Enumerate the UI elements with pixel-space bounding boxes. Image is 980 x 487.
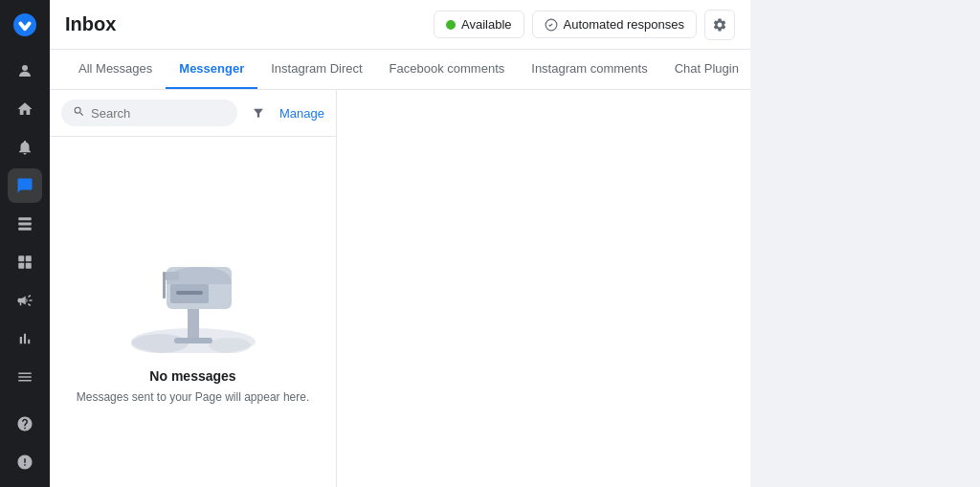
automated-responses-button[interactable]: Automated responses	[532, 11, 697, 38]
tab-messenger[interactable]: Messenger	[166, 50, 257, 89]
far-right-panel	[750, 0, 980, 487]
tab-chat-plugin[interactable]: Chat Plugin	[661, 50, 750, 89]
manage-link[interactable]: Manage	[279, 106, 324, 121]
header: Inbox Available Automated responses	[50, 0, 750, 50]
sidebar	[0, 0, 50, 487]
tab-facebook-comments[interactable]: Facebook comments	[376, 50, 519, 89]
available-status-dot	[446, 20, 456, 30]
svg-rect-4	[18, 255, 24, 261]
sidebar-item-avatar[interactable]	[8, 54, 42, 88]
sidebar-item-help[interactable]	[8, 407, 42, 441]
svg-rect-16	[163, 272, 166, 299]
svg-rect-7	[26, 263, 32, 269]
messages-list-panel: Manage	[50, 90, 337, 487]
tab-instagram-direct[interactable]: Instagram Direct	[257, 50, 375, 89]
svg-point-0	[22, 65, 28, 71]
meta-logo	[8, 8, 42, 42]
svg-rect-17	[166, 272, 179, 280]
sidebar-item-pages[interactable]	[8, 207, 42, 241]
search-input[interactable]	[91, 106, 226, 121]
tab-all-messages[interactable]: All Messages	[65, 50, 166, 89]
svg-rect-6	[18, 263, 24, 269]
svg-rect-5	[26, 255, 32, 261]
filter-button[interactable]	[245, 100, 272, 126]
tabs-nav: All Messages Messenger Instagram Direct …	[50, 50, 750, 90]
available-button[interactable]: Available	[434, 11, 524, 38]
empty-title: No messages	[149, 368, 235, 384]
conversation-panel	[337, 90, 750, 487]
gear-icon	[712, 17, 727, 33]
tab-instagram-comments[interactable]: Instagram comments	[518, 50, 660, 89]
main-content: Inbox Available Automated responses All …	[50, 0, 750, 487]
search-bar: Manage	[50, 90, 336, 137]
svg-rect-2	[18, 223, 32, 226]
sidebar-item-ads[interactable]	[8, 283, 42, 318]
available-label: Available	[461, 17, 512, 32]
search-input-wrapper[interactable]	[61, 100, 237, 126]
svg-rect-15	[176, 291, 203, 295]
page-title: Inbox	[65, 13, 116, 35]
svg-rect-3	[18, 228, 32, 231]
sidebar-item-grid[interactable]	[8, 245, 42, 279]
sidebar-item-analytics[interactable]	[8, 321, 42, 356]
sidebar-item-notifications[interactable]	[8, 130, 42, 165]
content-area: Manage	[50, 90, 750, 487]
search-icon	[73, 105, 85, 121]
sidebar-item-inbox[interactable]	[8, 168, 42, 203]
header-actions: Available Automated responses	[434, 10, 735, 40]
svg-rect-1	[18, 217, 32, 220]
automated-icon	[545, 18, 558, 32]
automated-label: Automated responses	[564, 17, 684, 32]
sidebar-item-home[interactable]	[8, 92, 42, 126]
svg-rect-18	[174, 338, 212, 343]
sidebar-item-alert[interactable]	[8, 445, 42, 479]
mailbox-illustration	[117, 219, 270, 353]
empty-subtitle: Messages sent to your Page will appear h…	[77, 389, 309, 406]
sidebar-item-more[interactable]	[8, 360, 42, 394]
svg-point-11	[209, 338, 251, 353]
settings-button[interactable]	[704, 10, 735, 40]
empty-state: No messages Messages sent to your Page w…	[50, 137, 336, 487]
